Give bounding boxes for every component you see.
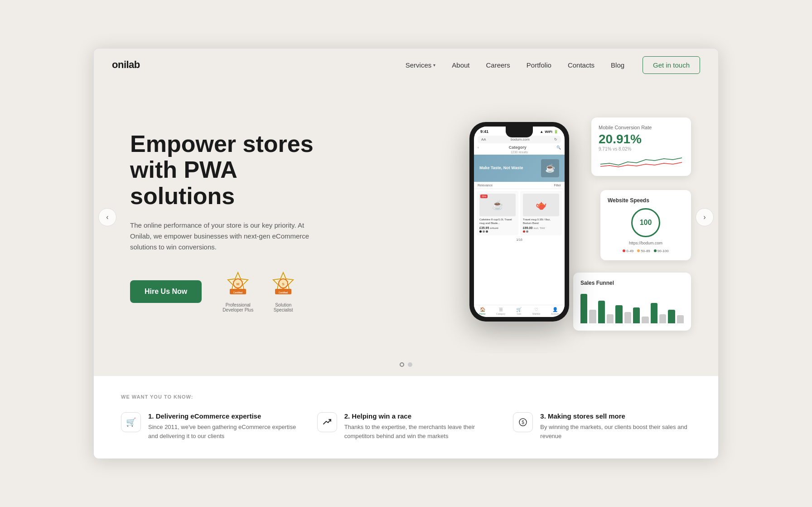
bottom-section-label: WE WANT YOU TO KNOW: [121,394,691,400]
feature-sales: $ 3. Making stores sell more By winning … [513,412,691,440]
funnel-bar [642,317,648,323]
funnel-bar [651,303,657,323]
phone-banner: Make Taste, Not Waste ☕ [474,155,565,182]
feature-title-race: 2. Helping win a race [344,412,495,420]
widget-website-speed: Website Speeds 100 https://bodum.com 0-4… [600,190,691,260]
phone-product-2-price: £69.00 incl. TAX [523,226,559,229]
phone-nav: ‹ Category 🔍 [474,144,565,151]
svg-text:$: $ [522,420,525,425]
phone-results: 1230 results [474,151,565,154]
nav-contacts[interactable]: Contacts [568,61,594,69]
funnel-bar [668,310,675,323]
phone-products: 30% ☕ Cafetière 8 cup/1.0l, Travel mug a… [474,189,565,237]
nav-blog[interactable]: Blog [611,61,624,69]
feature-icon-sales: $ [513,412,533,432]
phone-banner-image: ☕ [541,159,559,177]
phone-product-1: 30% ☕ Cafetière 8 cup/1.0l, Travel mug a… [477,191,518,235]
feature-title-sales: 3. Making stores sell more [540,412,691,420]
phone-product-1-name: Cafetière 8 cup/1.0l, Travel mug and Bla… [479,218,516,225]
funnel-bar [598,301,605,323]
nav-services[interactable]: Services ▾ [406,61,436,69]
phone-nav-account: 👤 Account [551,307,559,315]
feature-title-ecommerce: 1. Delivering eCommerce expertise [148,412,299,420]
funnel-chart [580,292,684,323]
funnel-bar [580,294,587,323]
phone-url: bodum.com [488,137,552,141]
feature-content-sales: 3. Making stores sell more By winning th… [540,412,691,440]
phone-product-2-colors [523,230,559,233]
phone-nav-wishlist: ♡ Wishlist [532,307,540,315]
widget-conversion-value: 20.91% [599,132,684,146]
phone-product-1-colors [479,230,516,233]
phone-status-icons: ▲WiFi🔋 [540,130,558,134]
phone-category: Category [479,145,556,150]
phone-filter-relevance: Relevance [478,184,493,187]
funnel-bar [624,312,631,323]
features-list: 🛒 1. Delivering eCommerce expertise Sinc… [121,412,691,440]
phone-filter-filter: Filter [554,184,561,187]
widget-speed-url: https://bodum.com [608,241,684,245]
nav-links: Services ▾ About Careers Portfolio Conta… [406,61,624,69]
legend-item-0-49: 0-49 [623,249,633,253]
hero-subtitle: The online performance of your store is … [130,220,311,253]
phone-banner-text: Make Taste, Not Waste [479,166,523,171]
phone-product-2: 🫖 Travel mug 0.35l / 8oz, Bodum Bond £69… [520,191,562,235]
funnel-bar [589,310,596,323]
carousel-dot-2[interactable] [408,362,412,367]
carousel-dot-1[interactable] [400,362,404,367]
carousel-prev-button[interactable]: ‹ [98,208,116,226]
nav-about[interactable]: About [452,61,469,69]
svg-text:Certified: Certified [279,291,288,294]
phone-product-2-image: 🫖 [523,194,559,216]
phone-nav-category: ☰ Category [496,307,505,315]
widget-speed-title: Website Speeds [608,197,684,204]
phone-product-2-name: Travel mug 0.35l / 8oz, Bodum Bond [523,218,559,225]
navbar: onilab Services ▾ About Careers Portfoli… [94,49,718,81]
svg-text:Certified: Certified [233,291,242,294]
widget-conversion-sub: 9.71% vs 8.02% [599,146,684,151]
badge-solution-specialist: S Certified Solution Specialist [265,271,301,312]
phone-filter-bar: Relevance Filter [474,182,565,189]
funnel-bar [677,315,684,323]
feature-ecommerce: 🛒 1. Delivering eCommerce expertise Sinc… [121,412,299,440]
legend-item-90-100: 90-100 [654,249,669,253]
funnel-bar [607,314,614,323]
widget-sales-funnel: Sales Funnel [573,273,691,331]
badge-label-solution: Solution Specialist [265,302,301,312]
carousel-next-button[interactable]: › [696,208,714,226]
svg-text:M: M [237,282,240,286]
phone-mockup: 9:41 ▲WiFi🔋 AA bodum.com ↻ [469,122,569,322]
chevron-right-icon: › [703,213,706,221]
mini-chart [599,155,684,169]
logo[interactable]: onilab [112,59,140,71]
widget-speed-legend: 0-49 50-89 90-100 [608,249,684,253]
nav-portfolio[interactable]: Portfolio [527,61,551,69]
get-in-touch-button[interactable]: Get in touch [643,56,700,74]
phone-product-1-image: 30% ☕ [479,194,516,216]
hero-content: Empower stores with PWA solutions The on… [130,131,338,312]
widget-speed-value: 100 [631,208,660,237]
phone-nav-cart: 🛒 Cart [516,307,522,315]
phone-pagination: 1/16 [474,237,565,242]
phone-time: 9:41 [480,129,488,134]
feature-desc-sales: By winning the markets, our clients boos… [540,423,691,440]
hire-us-button[interactable]: Hire Us Now [130,280,202,303]
hero-section: ‹ Empower stores with PWA solutions The … [94,81,718,353]
phone-device: 9:41 ▲WiFi🔋 AA bodum.com ↻ [469,122,569,322]
feature-race: 2. Helping win a race Thanks to the expe… [317,412,495,440]
phone-bottom-nav: 🏠 Home ☰ Category 🛒 Cart [474,305,565,317]
widget-conversion-rate: Mobile Conversion Rate 20.91% 9.71% vs 8… [591,117,691,176]
feature-icon-ecommerce: 🛒 [121,412,141,432]
bottom-section: WE WANT YOU TO KNOW: 🛒 1. Delivering eCo… [94,376,718,458]
feature-desc-ecommerce: Since 2011, we've been gathering eCommer… [148,423,299,440]
feature-content-ecommerce: 1. Delivering eCommerce expertise Since … [148,412,299,440]
nav-careers[interactable]: Careers [486,61,510,69]
feature-icon-race [317,412,337,432]
funnel-bar [659,314,666,323]
feature-desc-race: Thanks to the expertise, the merchants l… [344,423,495,440]
phone-screen: 9:41 ▲WiFi🔋 AA bodum.com ↻ [474,127,565,317]
chevron-left-icon: ‹ [106,213,108,221]
chevron-down-icon: ▾ [433,63,435,68]
phone-notch [506,127,533,137]
phone-product-1-price: £35.95 £79.00 [479,226,516,229]
